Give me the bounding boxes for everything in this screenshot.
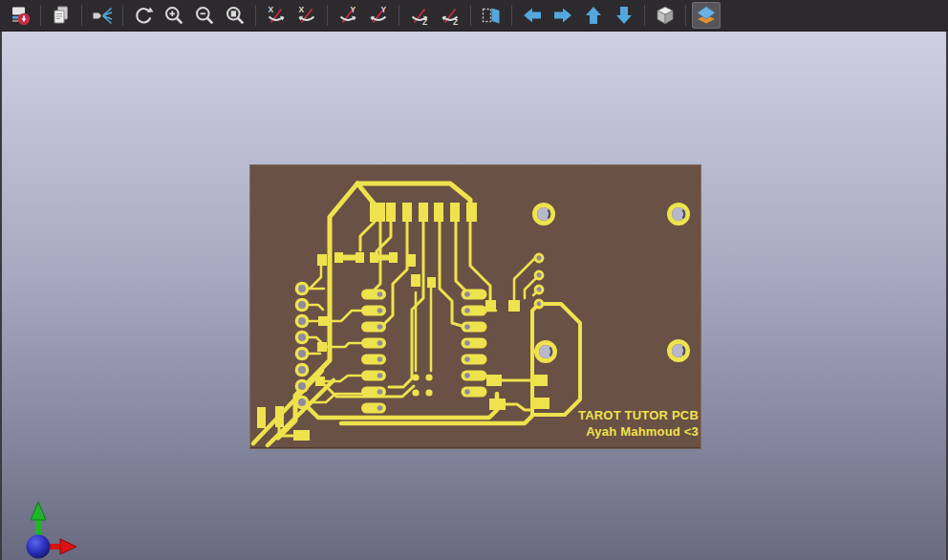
pan-right-button[interactable] [549, 2, 577, 29]
rotate-x-clockwise-icon: X [265, 4, 288, 27]
rotate-x-clockwise-button[interactable]: X [262, 2, 291, 29]
mounting-hole [535, 205, 553, 224]
orthographic-projection-button[interactable] [651, 2, 679, 29]
pan-left-button[interactable] [518, 2, 547, 29]
rotate-z-clockwise-icon: Z [408, 4, 431, 27]
redraw-button[interactable] [129, 2, 158, 29]
toolbar-separator [644, 5, 645, 26]
svg-text:X: X [269, 5, 274, 14]
toolbar-separator [511, 5, 512, 26]
toolbar-separator [470, 5, 471, 26]
pan-up-icon [582, 4, 605, 27]
pan-right-icon [551, 4, 574, 27]
rotate-y-counterclockwise-button[interactable]: Y [364, 2, 393, 29]
svg-text:Z: Z [422, 17, 427, 27]
rotate-x-counterclockwise-icon: X [295, 4, 318, 27]
zoom-in-icon [162, 4, 185, 27]
layers-mode-icon [695, 4, 718, 27]
viewport-3d[interactable]: TAROT TUTOR PCB Ayah Mahmoud <3 [0, 32, 948, 560]
mounting-hole [670, 205, 688, 224]
toolbar-separator [255, 5, 256, 26]
svg-text:X: X [299, 5, 305, 14]
pcb-board: TAROT TUTOR PCB Ayah Mahmoud <3 [249, 164, 701, 449]
zoom-in-button[interactable] [160, 2, 188, 29]
rotate-x-counterclockwise-button[interactable]: X [292, 2, 321, 29]
rotate-y-counterclockwise-icon: Y [367, 4, 390, 27]
pan-up-button[interactable] [579, 2, 608, 29]
reload-board-icon [9, 4, 32, 27]
toolbar-separator [685, 5, 686, 26]
toolbar-separator [327, 5, 328, 26]
toolbar-separator [122, 5, 123, 26]
toolbar: XXYYZZ [0, 0, 948, 32]
orthographic-projection-icon [654, 4, 677, 27]
raytracing-render-button[interactable] [88, 2, 117, 29]
mounting-hole [670, 342, 688, 360]
silkscreen-title: TAROT TUTOR PCB [578, 408, 699, 422]
rotate-z-counterclockwise-button[interactable]: Z [436, 2, 464, 29]
rotate-z-clockwise-button[interactable]: Z [405, 2, 434, 29]
y-axis-arrow [31, 502, 46, 540]
svg-text:Y: Y [351, 5, 356, 14]
pan-left-icon [521, 4, 544, 27]
rotate-y-clockwise-button[interactable]: Y [334, 2, 362, 29]
flip-board-icon [480, 4, 503, 27]
svg-text:Z: Z [453, 17, 458, 27]
toolbar-separator [81, 5, 82, 26]
z-axis-sphere [27, 535, 51, 559]
axis-gizmo [4, 492, 90, 559]
rotate-z-counterclockwise-icon: Z [439, 4, 462, 27]
svg-text:Y: Y [381, 5, 387, 14]
layers-mode-button[interactable] [692, 2, 721, 29]
copy-image-button[interactable] [47, 2, 75, 29]
zoom-out-button[interactable] [190, 2, 219, 29]
raytracing-render-icon [91, 4, 114, 27]
silkscreen-author: Ayah Mahmoud <3 [586, 424, 699, 439]
pan-down-button[interactable] [610, 2, 638, 29]
copy-image-icon [50, 4, 73, 27]
reload-board-button[interactable] [6, 2, 34, 29]
kicad-3d-viewer-window: XXYYZZ [0, 0, 948, 560]
zoom-to-fit-button[interactable] [221, 2, 249, 29]
mounting-hole [537, 343, 555, 361]
pan-down-icon [613, 4, 636, 27]
toolbar-separator [399, 5, 399, 26]
rotate-y-clockwise-icon: Y [336, 4, 359, 27]
flip-board-button[interactable] [477, 2, 506, 29]
toolbar-separator [40, 5, 41, 26]
zoom-to-fit-icon [224, 4, 247, 27]
redraw-icon [132, 4, 155, 27]
zoom-out-icon [193, 4, 216, 27]
